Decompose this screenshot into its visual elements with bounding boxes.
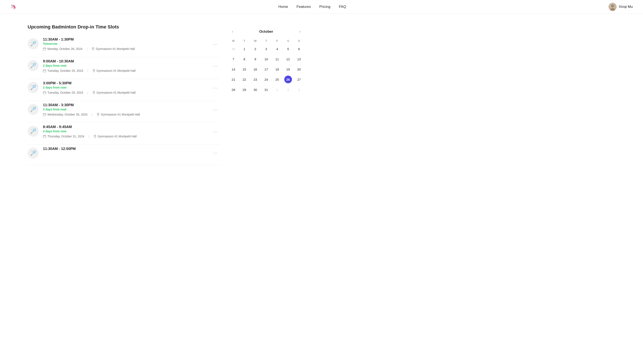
- navbar: 🦄 Home Features Pricing FAQ Xinqi Mu: [0, 0, 643, 14]
- svg-point-27: [95, 136, 95, 136]
- calendar-grid: MTWTFSS 30123456789101112131415161718192…: [228, 38, 305, 95]
- calendar-day-header: F: [272, 38, 283, 44]
- calendar-day[interactable]: 30: [250, 84, 261, 95]
- slot-icon: 🏸: [28, 38, 39, 49]
- calendar-day[interactable]: 13: [294, 54, 305, 64]
- calendar-day[interactable]: 25: [272, 74, 283, 84]
- calendar-day[interactable]: 10: [261, 54, 272, 64]
- calendar-day[interactable]: 24: [261, 74, 272, 84]
- nav-links: Home Features Pricing FAQ: [278, 5, 346, 9]
- calendar-day-header: T: [239, 38, 250, 44]
- svg-point-12: [94, 70, 94, 70]
- slot-icon: 🏸: [28, 60, 39, 71]
- calendar-day[interactable]: 9: [250, 54, 261, 64]
- calendar-day[interactable]: 29: [239, 84, 250, 95]
- slot-time: 9:00AM - 10:30AM: [43, 59, 207, 64]
- calendar-day[interactable]: 17: [261, 64, 272, 74]
- calendar-day[interactable]: 26: [283, 74, 293, 84]
- slot-body: 11:30AM - 12:50PM: [43, 147, 207, 152]
- calendar-day[interactable]: 2: [283, 84, 293, 95]
- calendar-day[interactable]: 16: [250, 64, 261, 74]
- calendar-day[interactable]: 5: [283, 44, 293, 54]
- slot-location-text: Gymnasium #1 Montpetit Hall: [96, 47, 135, 50]
- calendar-day[interactable]: 3: [294, 84, 305, 95]
- calendar-day[interactable]: 7: [228, 54, 239, 64]
- slot-body: 3:00PM - 5:30PM 2 days from now Tuesday,…: [43, 81, 207, 94]
- calendar-day[interactable]: 2: [250, 44, 261, 54]
- calendar-next-button[interactable]: ›: [297, 28, 303, 34]
- calendar-header: ‹ October ›: [228, 28, 305, 34]
- slot-date-text: Tuesday, October 29, 2024: [47, 91, 83, 94]
- calendar-day[interactable]: 11: [272, 54, 283, 64]
- calendar-day[interactable]: 30: [228, 44, 239, 54]
- logo[interactable]: 🦄: [10, 4, 16, 10]
- pin-icon: [94, 135, 96, 138]
- slot-relative: 2 days from now: [43, 64, 207, 67]
- svg-rect-3: [43, 48, 46, 50]
- calendar-day[interactable]: 31: [261, 84, 272, 95]
- nav-faq[interactable]: FAQ: [339, 5, 346, 9]
- calendar-day[interactable]: 18: [272, 64, 283, 74]
- calendar-day[interactable]: 22: [239, 74, 250, 84]
- nav-features[interactable]: Features: [297, 5, 311, 9]
- calendar-day[interactable]: 14: [228, 64, 239, 74]
- calendar-day[interactable]: 28: [228, 84, 239, 95]
- calendar-prev-button[interactable]: ‹: [230, 28, 235, 34]
- slot-more-button[interactable]: ···: [211, 106, 220, 113]
- calendar: ‹ October › MTWTFSS 30123456789101112131…: [228, 28, 305, 95]
- calendar-day[interactable]: 12: [283, 54, 293, 64]
- slot-icon: 🏸: [28, 104, 39, 115]
- calendar-day-header: W: [250, 38, 261, 44]
- slot-item: 🏸 3:00PM - 5:30PM 2 days from now Tuesda…: [28, 81, 220, 101]
- calendar-day-header: M: [228, 38, 239, 44]
- slot-date-text: Monday, October 28, 2024: [47, 47, 83, 50]
- slot-date: Wednesday, October 30, 2024: [43, 113, 88, 116]
- slot-date-text: Tuesday, October 29, 2024: [47, 69, 83, 72]
- slot-meta: Thursday, October 31, 2024 | Gymnasium #…: [43, 135, 207, 138]
- slot-icon: 🏸: [28, 126, 39, 137]
- calendar-day[interactable]: 20: [294, 64, 305, 74]
- slot-item: 🏸 11:30AM - 12:50PM ···: [28, 147, 220, 165]
- calendar-icon: [43, 47, 46, 50]
- calendar-day[interactable]: 1: [272, 84, 283, 95]
- calendar-day[interactable]: 19: [283, 64, 293, 74]
- slot-date-text: Thursday, October 31, 2024: [47, 135, 84, 138]
- slot-location: Gymnasium #1 Montpetit Hall: [97, 113, 140, 116]
- calendar-day[interactable]: 15: [239, 64, 250, 74]
- slot-location-text: Gymnasium #1 Montpetit Hall: [97, 69, 136, 72]
- calendar-day[interactable]: 23: [250, 74, 261, 84]
- slot-time: 11:30AM - 12:50PM: [43, 147, 207, 151]
- main-content: Upcoming Badminton Drop-in Time Slots 🏸 …: [0, 14, 321, 178]
- calendar-icon: [43, 91, 46, 94]
- slots-list: 🏸 11:30AM - 1:30PM Tomorrow Monday, Octo…: [28, 38, 220, 165]
- slot-more-button[interactable]: ···: [211, 128, 220, 135]
- calendar-day[interactable]: 4: [272, 44, 283, 54]
- slots-panel: Upcoming Badminton Drop-in Time Slots 🏸 …: [28, 24, 220, 167]
- slot-date: Tuesday, October 29, 2024: [43, 69, 83, 72]
- nav-pricing[interactable]: Pricing: [319, 5, 330, 9]
- nav-home[interactable]: Home: [278, 5, 288, 9]
- calendar-day[interactable]: 1: [239, 44, 250, 54]
- calendar-month-title: October: [235, 30, 297, 34]
- slot-more-button[interactable]: ···: [211, 63, 220, 69]
- slot-more-button[interactable]: ···: [211, 41, 220, 47]
- slot-date: Monday, October 28, 2024: [43, 47, 83, 50]
- slot-more-button[interactable]: ···: [211, 150, 220, 156]
- calendar-day[interactable]: 27: [294, 74, 305, 84]
- svg-point-1: [611, 4, 614, 8]
- page-title: Upcoming Badminton Drop-in Time Slots: [28, 24, 220, 30]
- calendar-day[interactable]: 21: [228, 74, 239, 84]
- separator: |: [87, 69, 88, 72]
- calendar-day[interactable]: 6: [294, 44, 305, 54]
- slot-icon: 🏸: [28, 148, 39, 159]
- calendar-day[interactable]: 3: [261, 44, 272, 54]
- calendar-day[interactable]: 8: [239, 54, 250, 64]
- slot-relative: 3 days from now: [43, 108, 207, 111]
- slot-date: Thursday, October 31, 2024: [43, 135, 84, 138]
- calendar-icon: [43, 113, 46, 116]
- slot-item: 🏸 11:30AM - 1:30PM Tomorrow Monday, Octo…: [28, 38, 220, 57]
- calendar-icon: [43, 69, 46, 72]
- user-menu[interactable]: Xinqi Mu: [608, 3, 633, 11]
- slot-meta: Wednesday, October 30, 2024 | Gymnasium …: [43, 113, 207, 116]
- slot-more-button[interactable]: ···: [211, 84, 220, 91]
